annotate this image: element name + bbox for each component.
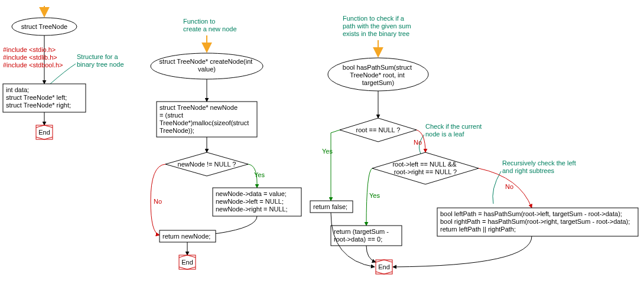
end-label: End [378, 263, 390, 270]
edge-yes [331, 130, 340, 201]
end-label: End [181, 259, 193, 266]
flow-col2: Function to create a new node struct Tre… [151, 18, 301, 269]
includes-block: #include <stdio.h> #include <stdlib.h> #… [3, 46, 63, 69]
comment-haspath: Function to check if a path with the giv… [343, 15, 413, 37]
yes-label: Yes [322, 148, 333, 155]
no-label: No [154, 198, 162, 205]
start-label: struct TreeNode [21, 23, 67, 30]
cond-label: newNode != NULL ? [178, 161, 236, 168]
yes-label: Yes [369, 192, 380, 199]
flow-col1: struct TreeNode #include <stdio.h> #incl… [3, 6, 124, 139]
cond1-label: root == NULL ? [356, 126, 401, 133]
end-node: End [376, 260, 392, 274]
return-leaf-label: return (targetSum - root->data) == 0; [334, 228, 391, 243]
comment-connector [493, 171, 501, 204]
assign-text: newNode->data = value; newNode->left = N… [216, 190, 288, 213]
no-label: No [414, 139, 422, 146]
edge [366, 246, 376, 262]
edge [393, 236, 532, 267]
comment-recur: Recursively check the left and right sub… [502, 159, 578, 174]
end-node: End [179, 255, 196, 269]
comment-leaf: Check if the current node is a leaf [425, 123, 483, 138]
return-label: return newNode; [162, 233, 210, 240]
return-false-label: return false; [313, 203, 347, 210]
comment-create: Function to create a new node [183, 18, 237, 32]
comment-structure: Structure for a binary tree node [77, 53, 124, 68]
yes-label: Yes [254, 171, 265, 178]
end-node: End [36, 125, 53, 139]
end-label: End [38, 129, 50, 136]
flow-col3: Function to check if a path with the giv… [310, 15, 638, 274]
no-label: No [505, 183, 513, 190]
cond2-label: root->left == NULL && root->right == NUL… [392, 161, 458, 175]
